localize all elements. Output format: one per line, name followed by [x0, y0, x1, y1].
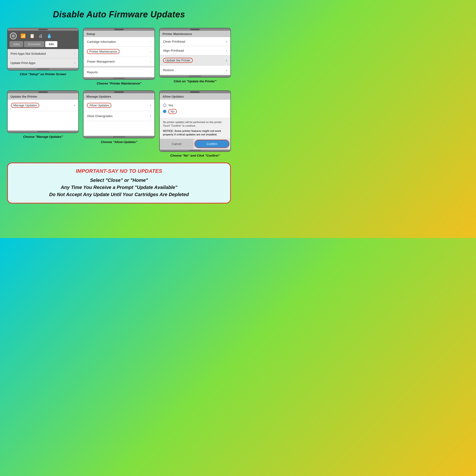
screen6-wrapper: Allow Updates Yes No No printer updates … [159, 90, 231, 158]
screen4-wrapper: Update the Printer Manage Updates › Choo… [7, 90, 79, 158]
item-label: Power Management [87, 60, 115, 63]
screen6-label: Choose "No" and Click "Confirm" [170, 154, 220, 158]
mu-header: Manage Updates [84, 93, 154, 100]
screen1-label: Click "Setup" on Printer Screen [20, 72, 66, 76]
docs-icon: 📋 [30, 33, 35, 38]
screen4-topbar [8, 91, 78, 93]
item-label: Align Printhead [163, 49, 184, 52]
chevron-icon: › [74, 61, 75, 65]
screen5-label: Choose "Allow Updates" [101, 140, 137, 144]
chevron-icon: › [226, 68, 227, 72]
important-line3: Do Not Accept Any Update Until Your Cart… [15, 191, 223, 198]
pm-header: Printer Maintenance [160, 31, 230, 37]
important-title: IMPORTANT-SAY NO TO UPDATES [15, 168, 223, 174]
screen3-wrapper: Printer Maintenance Clean Printhead › Al… [159, 28, 231, 86]
item-label: Reports [87, 70, 98, 74]
chevron-icon: › [226, 49, 227, 52]
screen6-bottombar [160, 150, 230, 151]
screen6-topbar [160, 91, 230, 93]
wifi-icon: 📶 [20, 33, 26, 38]
pm-item[interactable]: Align Printhead › [160, 46, 230, 55]
radio-no[interactable]: No [163, 108, 227, 115]
confirm-button[interactable]: Confirm [194, 140, 229, 148]
chevron-icon: › [150, 103, 151, 107]
au-notice: No printer updates will be performed on … [160, 118, 230, 139]
au-header: Allow Updates [160, 93, 230, 100]
screen2: Setup Cartridge Information › Printer Ma… [83, 28, 155, 80]
empty-space [84, 121, 154, 136]
screen1-topbar [8, 28, 78, 31]
setup-item[interactable]: Cartridge Information › [84, 37, 154, 46]
chevron-icon: › [150, 114, 151, 118]
screen5-bottombar [84, 136, 154, 138]
chevron-icon: › [150, 70, 151, 74]
chevron-icon: › [150, 60, 151, 63]
radio-yes-label: Yes [168, 103, 173, 107]
screen2-wrapper: Setup Cartridge Information › Printer Ma… [83, 28, 155, 86]
screen1-list: Print Apps Not Scheduled › Update Print … [8, 49, 78, 68]
item-label: Cartridge Information [87, 40, 116, 44]
pm-item[interactable]: Restore › [160, 66, 230, 75]
screen3-topbar [160, 28, 230, 31]
radio-yes-button[interactable] [163, 103, 166, 107]
radio-section: Yes No [160, 100, 230, 118]
screen5: Manage Updates Allow Updates › Allow Dow… [83, 90, 155, 138]
pm-item[interactable]: Clean Printhead › [160, 37, 230, 46]
chevron-icon: › [74, 103, 75, 107]
chevron-icon: › [150, 40, 151, 44]
screen1-bottombar [8, 68, 78, 70]
ink-icon: 💧 [47, 33, 52, 38]
mu-item-downgrade[interactable]: Allow Downgrades › [84, 111, 154, 121]
chevron-icon: › [226, 40, 227, 43]
important-line1: Select "Close" or "Home" [15, 177, 223, 184]
notice-text1: No printer updates will be performed on … [163, 121, 222, 127]
tab-info[interactable]: Info [45, 41, 58, 47]
chevron-icon: › [150, 50, 151, 53]
item-label: Clean Printhead [163, 40, 185, 43]
screen1-wrapper: ⚙ 📶 📋 🖨 💧 Jobs Schedule Info Print Apps … [7, 28, 79, 86]
settings-icon: ⚙ [10, 33, 17, 39]
important-line2: Any Time You Receive a Prompt "Update Av… [15, 184, 223, 191]
mu-item-allow[interactable]: Allow Updates › [84, 100, 154, 111]
chevron-icon: › [74, 51, 75, 56]
screen4-label: Choose "Manage Updates" [23, 135, 63, 139]
print-icon: 🖨 [38, 34, 43, 38]
cancel-button[interactable]: Cancel [160, 139, 194, 149]
row1-grid: ⚙ 📶 📋 🖨 💧 Jobs Schedule Info Print Apps … [7, 28, 231, 86]
list-item[interactable]: Print Apps Not Scheduled › [8, 49, 78, 58]
item-label: Print Apps Not Scheduled [11, 52, 46, 55]
pm-item-update[interactable]: Update the Printer › [160, 55, 230, 66]
screen4: Update the Printer Manage Updates › [7, 90, 79, 133]
screen5-topbar [84, 91, 154, 93]
screen2-label: Choose "Printer Maintenance" [97, 82, 141, 86]
au-button-row: Cancel Confirm [160, 139, 230, 149]
utp-header: Update the Printer [8, 93, 78, 100]
radio-yes[interactable]: Yes [163, 102, 227, 108]
screen3-label: Click on "Update the Printer" [174, 80, 216, 84]
chevron-icon: › [226, 59, 227, 62]
tab-row: Jobs Schedule Info [8, 41, 78, 49]
important-box: IMPORTANT-SAY NO TO UPDATES Select "Clos… [7, 163, 231, 204]
screen1: ⚙ 📶 📋 🖨 💧 Jobs Schedule Info Print Apps … [7, 28, 79, 70]
screen3-bottombar [160, 75, 230, 77]
row2-grid: Update the Printer Manage Updates › Choo… [7, 90, 231, 158]
utp-item[interactable]: Manage Updates › [8, 100, 78, 111]
radio-no-label-circled: No [168, 109, 177, 114]
setup-item[interactable]: Reports › [84, 68, 154, 77]
screen3: Printer Maintenance Clean Printhead › Al… [159, 28, 231, 78]
item-label-circled: Allow Updates [87, 103, 111, 108]
tab-schedule[interactable]: Schedule [24, 41, 44, 47]
screen1-header: ⚙ 📶 📋 🖨 💧 [8, 31, 78, 41]
page-title: Disable Auto Firmware Updates [7, 10, 231, 19]
screen2-topbar [84, 28, 154, 31]
item-label-circled: Manage Updates [11, 103, 39, 108]
setup-item-maintenance[interactable]: Printer Maintenance › [84, 46, 154, 57]
screen6: Allow Updates Yes No No printer updates … [159, 90, 231, 152]
radio-no-button[interactable] [163, 110, 166, 113]
setup-item[interactable]: Power Management › [84, 57, 154, 66]
tab-jobs[interactable]: Jobs [10, 41, 23, 47]
empty-space [8, 111, 78, 130]
item-label: Restore [163, 68, 174, 72]
list-item[interactable]: Update Print Apps › [8, 58, 78, 68]
item-label-circled: Printer Maintenance [87, 49, 119, 54]
